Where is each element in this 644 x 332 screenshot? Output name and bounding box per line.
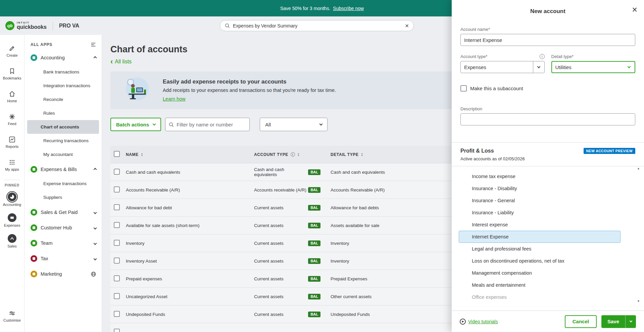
rail-item-label: Create [6, 53, 17, 57]
account-name-label: Account name* [460, 27, 635, 32]
sidebar-group-team[interactable]: Team [24, 236, 102, 251]
row-checkbox[interactable] [114, 329, 120, 332]
collapse-sidebar-icon[interactable] [90, 42, 96, 48]
list-item[interactable]: Management compensation [459, 267, 621, 279]
bal-badge: BAL [308, 258, 320, 264]
row-checkbox[interactable] [114, 275, 120, 281]
video-tutorials-link[interactable]: ▶ Video tutorials [460, 319, 498, 325]
list-item[interactable]: Insurance - General [459, 195, 621, 207]
column-header-detail-type[interactable]: DETAIL TYPE [331, 152, 359, 157]
rail-item-label: Reports [6, 145, 19, 149]
type-filter-select[interactable]: All [260, 118, 328, 131]
reports-icon [8, 136, 16, 143]
sidebar-item-recurring-transactions[interactable]: Recurring transactions [27, 134, 99, 148]
pinned-item-expenses[interactable]: Expenses [0, 210, 24, 231]
sidebar-group-customer-hub[interactable]: Customer Hub [24, 220, 102, 235]
rail-item-customise[interactable]: Customise [0, 305, 24, 327]
row-checkbox[interactable] [114, 311, 120, 317]
search-input[interactable] [233, 23, 402, 29]
sort-icon[interactable]: ▲▼ [141, 153, 143, 156]
pinned-item-accounting[interactable]: Accounting [0, 189, 24, 210]
clear-search-icon[interactable]: × [405, 22, 409, 29]
sidebar-item-chart-of-accounts[interactable]: Chart of accounts [27, 120, 99, 134]
all-lists-link[interactable]: ‹ All lists [110, 59, 132, 65]
type-filter-value: All [265, 122, 271, 127]
sort-icon[interactable]: ▲▼ [297, 153, 300, 156]
pinned-item-sales[interactable]: Sales [0, 231, 24, 252]
account-name-input[interactable] [460, 34, 635, 46]
description-input[interactable] [460, 113, 635, 125]
list-item[interactable]: Loss on discontinued operations, net of … [459, 255, 621, 267]
rail-item-reports[interactable]: Reports [0, 131, 24, 154]
sidebar-group-sales-get-paid[interactable]: Sales & Get Paid [24, 205, 102, 220]
company-name: PRO VA [59, 23, 79, 29]
info-icon[interactable]: i [540, 54, 545, 59]
tax-app-icon [31, 255, 37, 262]
preview-subtitle: Active accounts as of 02/05/2026 [460, 156, 635, 161]
filter-input[interactable] [177, 122, 246, 127]
rail-item-create[interactable]: Create [0, 40, 24, 62]
row-checkbox[interactable] [114, 222, 120, 228]
panel-scroll-down-icon[interactable]: ▼ [637, 299, 640, 303]
rail-item-my-apps[interactable]: My apps [0, 154, 24, 176]
save-dropdown-button[interactable] [625, 315, 636, 328]
rail-item-home[interactable]: Home [0, 85, 24, 108]
list-item[interactable]: Interest expense [459, 219, 621, 231]
pinned-item-label: Sales [7, 244, 17, 248]
list-item[interactable]: Insurance - Liability [459, 207, 621, 219]
chevron-down-icon [94, 257, 97, 260]
home-icon [8, 90, 16, 98]
cell-account-type: Cash and cash equivalents [254, 167, 308, 177]
subaccount-checkbox[interactable] [460, 85, 467, 92]
sort-icon[interactable]: ▲▼ [361, 153, 363, 156]
row-checkbox[interactable] [114, 204, 120, 210]
close-icon[interactable]: × [632, 5, 637, 14]
save-button[interactable]: Save [601, 315, 625, 328]
sidebar-item-expense-transactions[interactable]: Expense transactions [27, 177, 99, 190]
sidebar-group-tax[interactable]: Tax [24, 251, 102, 266]
filter-field[interactable] [165, 118, 250, 131]
list-item[interactable]: Insurance - Disability [459, 182, 621, 195]
bal-badge: BAL [308, 169, 320, 175]
row-checkbox[interactable] [114, 186, 120, 192]
sidebar-item-my-accountant[interactable]: My accountant [27, 148, 99, 161]
rail-divider [4, 180, 20, 180]
sidebar-group-marketing[interactable]: Marketing [24, 267, 102, 281]
account-preview-list: Income tax expense Insurance - Disabilit… [459, 170, 621, 302]
row-checkbox[interactable] [114, 258, 120, 264]
rail-item-bookmarks[interactable]: Bookmarks [0, 62, 24, 85]
brand-quickbooks: quickbooks [17, 24, 47, 30]
list-item[interactable]: Meals and entertainment [459, 279, 621, 291]
list-item[interactable]: Income tax expense [459, 170, 621, 182]
sidebar-group-expenses-bills[interactable]: Expenses & Bills [24, 162, 102, 177]
global-search[interactable]: × [220, 20, 414, 31]
pinned-item-label: Expenses [4, 223, 20, 227]
sidebar-item-bank-transactions[interactable]: Bank transactions [27, 65, 99, 79]
row-checkbox[interactable] [114, 169, 120, 175]
cancel-button[interactable]: Cancel [565, 315, 597, 328]
sidebar-item-reconcile[interactable]: Reconcile [27, 93, 99, 106]
column-header-account-type[interactable]: ACCOUNT TYPE [254, 152, 288, 157]
info-icon[interactable]: i [291, 152, 295, 157]
account-type-select[interactable]: Expenses [460, 61, 545, 73]
row-checkbox[interactable] [114, 240, 120, 246]
sidebar-item-suppliers[interactable]: Suppliers [27, 190, 99, 204]
list-item[interactable]: Legal and professional fees [459, 243, 621, 255]
sidebar-item-rules[interactable]: Rules [27, 106, 99, 120]
column-header-name[interactable]: NAME [126, 152, 139, 157]
sidebar-group-accounting[interactable]: Accounting [24, 50, 102, 65]
detail-type-select[interactable]: Utilities [551, 61, 636, 73]
bal-badge: BAL [308, 240, 320, 246]
rail-item-feed[interactable]: Feed [0, 108, 24, 131]
sidebar-item-integration-transactions[interactable]: Integration transactions [27, 79, 99, 93]
list-item-selected[interactable]: Internet Expense [459, 231, 621, 243]
row-checkbox[interactable] [114, 293, 120, 299]
quickbooks-logo-icon[interactable]: qb [5, 21, 14, 30]
list-item[interactable]: Office expenses [459, 291, 621, 302]
batch-actions-button[interactable]: Batch actions [110, 118, 161, 131]
select-all-checkbox[interactable] [114, 151, 120, 157]
subscribe-link[interactable]: Subscribe now [333, 6, 364, 11]
learn-how-link[interactable]: Learn how [163, 96, 186, 102]
bal-badge: BAL [308, 294, 320, 299]
panel-scroll-up-icon[interactable]: ▲ [637, 167, 640, 170]
